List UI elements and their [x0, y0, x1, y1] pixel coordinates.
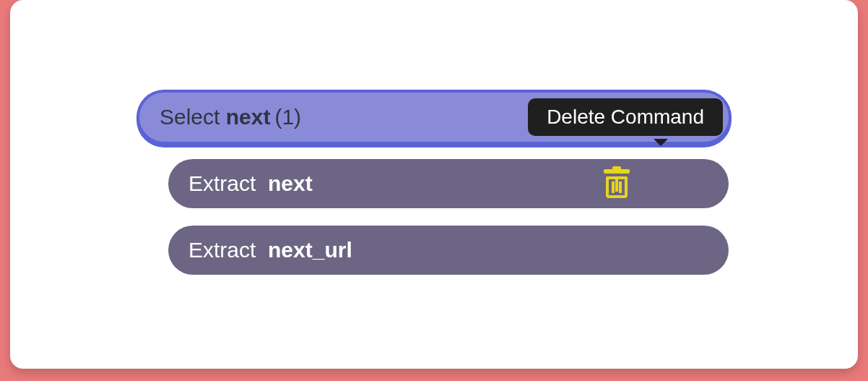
command-list: Select next (1) Delete Command Extract n… [139, 93, 729, 275]
command-row-extract-next-url[interactable]: Extract next_url [168, 226, 729, 275]
command-row-extract-next[interactable]: Extract next [168, 159, 729, 208]
command-action-label: Extract [188, 238, 256, 262]
command-row-select-next[interactable]: Select next (1) Delete Command [139, 93, 729, 142]
command-count-label: (1) [274, 105, 301, 129]
command-panel: Select next (1) Delete Command Extract n… [10, 0, 858, 369]
command-field-label: next [268, 171, 313, 196]
command-field-label: next [226, 105, 271, 129]
command-action-label: Extract [188, 171, 256, 196]
command-field-label: next_url [268, 238, 352, 262]
trash-icon[interactable] [604, 169, 629, 198]
delete-command-tooltip: Delete Command [528, 98, 723, 136]
command-action-label: Select [160, 105, 220, 129]
